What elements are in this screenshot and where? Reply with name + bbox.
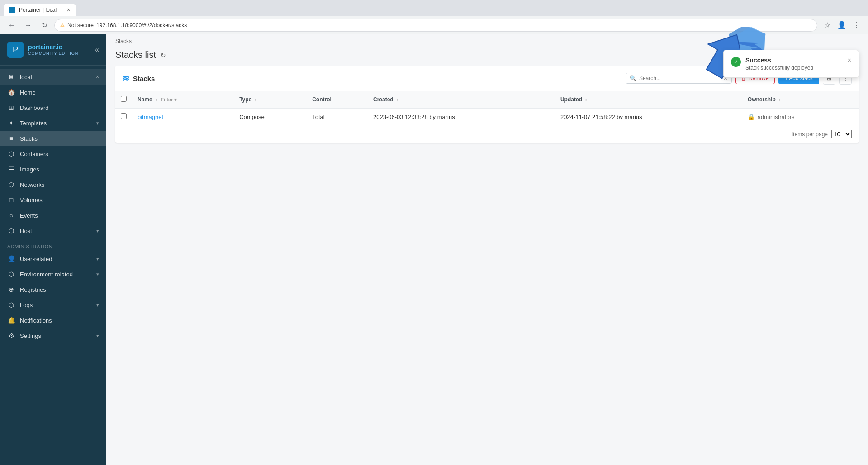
col-header-updated[interactable]: Updated ↕ bbox=[555, 91, 742, 108]
tab-favicon bbox=[9, 7, 15, 13]
sidebar-item-user-related[interactable]: 👤 User-related ▾ bbox=[0, 251, 106, 266]
select-all-checkbox[interactable] bbox=[121, 96, 127, 102]
browser-chrome: Portainer | local ✕ bbox=[0, 0, 868, 16]
sidebar-env-label: local bbox=[20, 74, 32, 81]
sidebar-item-dashboard[interactable]: ⊞ Dashboard bbox=[0, 100, 106, 115]
logs-chevron-icon: ▾ bbox=[96, 302, 99, 308]
logo-area: P portainer.io COMMUNITY EDITION bbox=[7, 42, 78, 58]
sidebar-item-settings-label: Settings bbox=[20, 332, 41, 339]
stack-name-link[interactable]: bitmagnet bbox=[138, 114, 163, 120]
logo-brand: portainer.io bbox=[28, 43, 78, 51]
content-area: ≋ Stacks 🔍 ✕ 🗑 Remove bbox=[106, 66, 868, 465]
ownership-sort-icon: ↕ bbox=[778, 97, 781, 102]
sidebar-item-registries[interactable]: ⊕ Registries bbox=[0, 282, 106, 297]
notifications-icon: 🔔 bbox=[7, 317, 15, 324]
sidebar-collapse-button[interactable]: « bbox=[95, 46, 99, 54]
search-input[interactable] bbox=[639, 75, 721, 81]
sidebar-item-settings[interactable]: ⚙ Settings ▾ bbox=[0, 328, 106, 343]
created-sort-icon: ↕ bbox=[396, 97, 398, 102]
col-header-ownership[interactable]: Ownership ↕ bbox=[742, 91, 859, 108]
search-icon: 🔍 bbox=[630, 75, 636, 81]
browser-nav: ← → ↻ ⚠ Not secure 192.168.1.18:9000/#!/… bbox=[0, 16, 868, 34]
sidebar-env-close[interactable]: × bbox=[96, 74, 99, 80]
browser-tab-active[interactable]: Portainer | local ✕ bbox=[4, 4, 76, 16]
sidebar-item-containers-label: Containers bbox=[20, 151, 48, 157]
logo-edition: COMMUNITY EDITION bbox=[28, 51, 78, 56]
security-label: Not secure bbox=[67, 22, 94, 28]
address-text: 192.168.1.18:9000/#!/2/docker/stacks bbox=[96, 22, 187, 28]
profile-button[interactable]: 👤 bbox=[835, 19, 848, 32]
sidebar-item-home-label: Home bbox=[20, 89, 36, 96]
type-sort-icon: ↕ bbox=[255, 97, 257, 102]
sidebar-item-local[interactable]: 🖥 local × bbox=[0, 69, 106, 85]
col-type-label: Type bbox=[239, 96, 251, 103]
col-header-type[interactable]: Type ↕ bbox=[234, 91, 307, 108]
sidebar-item-user-related-label: User-related bbox=[20, 256, 52, 262]
items-per-page-select[interactable]: 10 25 50 100 bbox=[831, 130, 852, 138]
menu-button[interactable]: ⋮ bbox=[850, 19, 863, 32]
filter-button[interactable]: Filter ▾ bbox=[161, 97, 177, 102]
sidebar-item-environment-related-label: Environment-related bbox=[20, 271, 73, 278]
environment-related-chevron-icon: ▾ bbox=[96, 271, 99, 277]
sidebar-nav: 🖥 local × 🏠 Home ⊞ Dashboard ✦ Templates… bbox=[0, 66, 106, 465]
col-updated-label: Updated bbox=[560, 96, 582, 103]
sidebar-item-host[interactable]: ⬡ Host ▾ bbox=[0, 223, 106, 238]
refresh-button[interactable]: ↻ bbox=[161, 52, 166, 59]
table-header: Name ↕ Filter ▾ Type ↕ Control bbox=[115, 91, 859, 108]
registries-icon: ⊕ bbox=[7, 286, 15, 293]
ownership-value: administrators bbox=[758, 114, 795, 120]
home-icon: 🏠 bbox=[7, 89, 15, 96]
breadcrumb: Stacks bbox=[106, 34, 868, 48]
toast-message: Stack successfully deployed bbox=[745, 65, 843, 71]
address-bar[interactable]: ⚠ Not secure 192.168.1.18:9000/#!/2/dock… bbox=[54, 19, 817, 32]
user-related-chevron-icon: ▾ bbox=[96, 256, 99, 262]
volumes-icon: □ bbox=[7, 196, 15, 204]
sidebar-item-events[interactable]: ○ Events bbox=[0, 208, 106, 223]
logo-icon: P bbox=[7, 42, 24, 58]
tab-close-button[interactable]: ✕ bbox=[66, 7, 71, 13]
row-name-cell: bitmagnet bbox=[132, 108, 234, 125]
toast-title: Success bbox=[745, 57, 843, 64]
toast-close-button[interactable]: × bbox=[848, 57, 851, 64]
reload-button[interactable]: ↻ bbox=[38, 19, 51, 32]
sidebar-item-volumes-label: Volumes bbox=[20, 197, 43, 204]
browser-nav-actions: ☆ 👤 ⋮ bbox=[821, 19, 863, 32]
sidebar: P portainer.io COMMUNITY EDITION « 🖥 loc… bbox=[0, 34, 106, 465]
dashboard-icon: ⊞ bbox=[7, 104, 15, 111]
sidebar-item-logs-label: Logs bbox=[20, 302, 33, 308]
sidebar-item-containers[interactable]: ⬡ Containers bbox=[0, 146, 106, 161]
environment-related-icon: ⬡ bbox=[7, 270, 15, 278]
sidebar-item-networks[interactable]: ⬡ Networks bbox=[0, 177, 106, 192]
col-name-label: Name bbox=[138, 96, 152, 103]
events-icon: ○ bbox=[7, 212, 15, 219]
app-container: P portainer.io COMMUNITY EDITION « 🖥 loc… bbox=[0, 34, 868, 465]
sidebar-item-networks-label: Networks bbox=[20, 181, 44, 188]
stacks-icon: ≡ bbox=[7, 135, 15, 142]
sidebar-item-notifications[interactable]: 🔔 Notifications bbox=[0, 313, 106, 328]
back-button[interactable]: ← bbox=[5, 19, 18, 32]
sidebar-item-volumes[interactable]: □ Volumes bbox=[0, 192, 106, 208]
row-checkbox[interactable] bbox=[121, 113, 127, 119]
stacks-panel-icon: ≋ bbox=[123, 73, 129, 83]
col-ownership-label: Ownership bbox=[748, 96, 776, 103]
logo-text: portainer.io COMMUNITY EDITION bbox=[28, 43, 78, 56]
networks-icon: ⬡ bbox=[7, 181, 15, 188]
success-toast: ✓ Success Stack successfully deployed × bbox=[723, 50, 859, 78]
col-header-name[interactable]: Name ↕ Filter ▾ bbox=[132, 91, 234, 108]
forward-button[interactable]: → bbox=[22, 19, 34, 32]
row-ownership-cell: 🔒 administrators bbox=[742, 108, 859, 125]
updated-sort-icon: ↕ bbox=[585, 97, 587, 102]
host-chevron-icon: ▾ bbox=[96, 228, 99, 234]
toast-success-icon: ✓ bbox=[731, 57, 741, 67]
sidebar-item-home[interactable]: 🏠 Home bbox=[0, 85, 106, 100]
select-all-header bbox=[115, 91, 132, 108]
sidebar-item-templates[interactable]: ✦ Templates ▾ bbox=[0, 115, 106, 131]
name-sort-icon: ↕ bbox=[155, 97, 157, 102]
sidebar-item-environment-related[interactable]: ⬡ Environment-related ▾ bbox=[0, 266, 106, 282]
sidebar-item-images[interactable]: ☰ Images bbox=[0, 161, 106, 177]
col-header-created[interactable]: Created ↕ bbox=[368, 91, 555, 108]
bookmark-button[interactable]: ☆ bbox=[821, 19, 834, 32]
ownership-icon: 🔒 bbox=[748, 114, 755, 120]
sidebar-item-logs[interactable]: ⬡ Logs ▾ bbox=[0, 297, 106, 313]
sidebar-item-stacks[interactable]: ≡ Stacks bbox=[0, 131, 106, 146]
